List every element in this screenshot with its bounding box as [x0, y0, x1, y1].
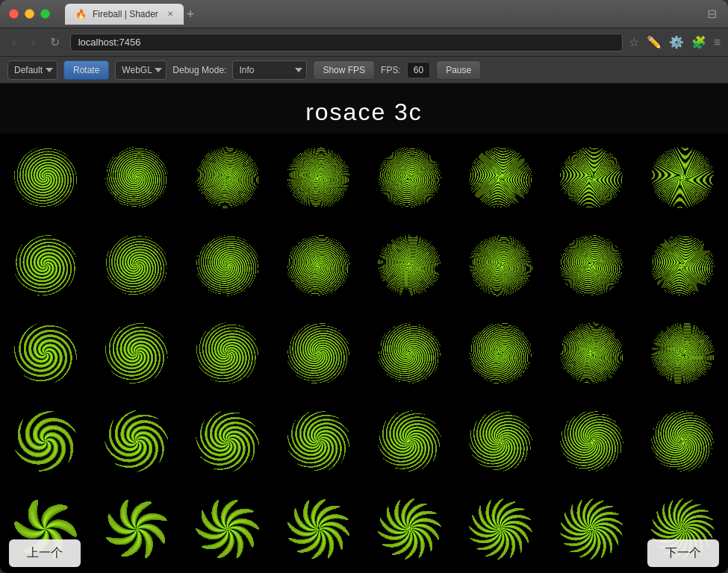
titlebar-right: ⊟	[704, 7, 719, 22]
address-input[interactable]	[70, 34, 623, 51]
menu-icon[interactable]: ≡	[714, 36, 721, 49]
nav-overlay: 上一个 下一个	[0, 528, 728, 573]
debug-mode-label: Debug Mode:	[172, 65, 226, 75]
new-tab-button[interactable]: +	[187, 7, 195, 21]
active-tab[interactable]: 🔥 Fireball | Shader ✕	[65, 4, 184, 25]
pen-icon[interactable]: ✏️	[647, 35, 662, 49]
webgl-selector: WebGL	[115, 60, 167, 80]
prev-shader-button[interactable]: 上一个	[9, 539, 81, 567]
webgl-canvas[interactable]	[0, 134, 728, 573]
extensions-icon[interactable]: 🧩	[691, 35, 706, 49]
pause-button[interactable]: Pause	[436, 60, 481, 80]
reader-icon[interactable]: ⊟	[704, 7, 719, 22]
tab-title: Fireball | Shader	[93, 9, 158, 19]
fps-label: FPS:	[381, 65, 401, 75]
browser-window: 🔥 Fireball | Shader ✕ + ⊟ ‹ › ↻ ☆ ✏️ ⚙️ …	[0, 0, 728, 573]
rotate-button[interactable]: Rotate	[63, 60, 109, 80]
minimize-button[interactable]	[25, 9, 34, 19]
close-button[interactable]	[9, 9, 19, 19]
tab-close-icon[interactable]: ✕	[167, 10, 173, 18]
address-icons: ☆ ✏️ ⚙️ 🧩 ≡	[629, 35, 721, 49]
webgl-select[interactable]: WebGL	[115, 60, 167, 80]
canvas-area: 上一个 下一个	[0, 134, 728, 573]
tab-favicon: 🔥	[75, 9, 87, 19]
settings-icon[interactable]: ⚙️	[669, 35, 684, 49]
next-shader-button[interactable]: 下一个	[647, 539, 719, 567]
preset-select[interactable]: Default	[7, 60, 57, 80]
toolbar: Default Rotate WebGL Debug Mode: Info Sh…	[0, 57, 728, 84]
traffic-lights	[9, 9, 50, 19]
shader-title: rosace 3c	[305, 98, 423, 126]
addressbar: ‹ › ↻ ☆ ✏️ ⚙️ 🧩 ≡	[0, 28, 728, 57]
titlebar: 🔥 Fireball | Shader ✕ + ⊟	[0, 0, 728, 28]
forward-button[interactable]: ›	[26, 33, 39, 52]
debug-mode-select[interactable]: Info	[232, 60, 307, 80]
fps-value: 60	[407, 62, 430, 78]
maximize-button[interactable]	[40, 9, 50, 19]
tab-area: 🔥 Fireball | Shader ✕ +	[65, 4, 704, 25]
bookmark-icon[interactable]: ☆	[629, 35, 639, 49]
show-fps-button[interactable]: Show FPS	[313, 60, 375, 80]
back-button[interactable]: ‹	[7, 33, 20, 52]
main-content: rosace 3c 上一个 下一个	[0, 84, 728, 573]
reload-button[interactable]: ↻	[46, 32, 64, 52]
